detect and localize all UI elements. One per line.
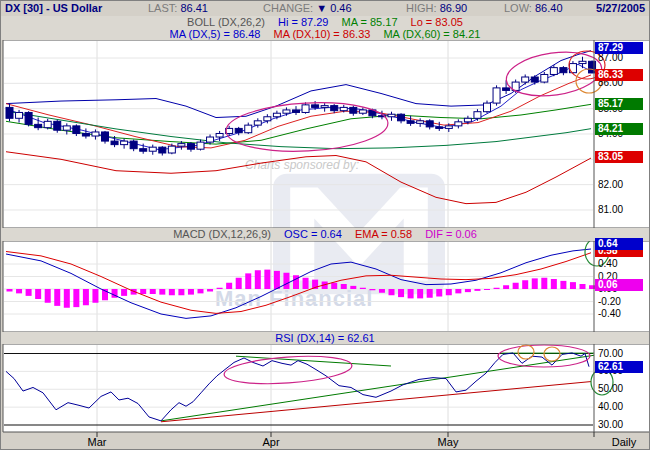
high-value: 86.90: [440, 2, 468, 14]
y-axis-highlight: 0.06: [595, 279, 643, 291]
rsi-name: RSI (DX,14) = 62.61: [275, 332, 374, 344]
macd-legend-bar: MACD (DX,12,26,9) OSC = 0.64 EMA = 0.58 …: [1, 228, 649, 241]
date-label: 5/27/2005: [596, 1, 645, 15]
low-label: LOW:: [504, 2, 532, 14]
y-axis-highlight: 86.33: [595, 69, 643, 81]
month-label: Apr: [254, 436, 288, 448]
down-arrow-icon: ▼: [316, 2, 327, 14]
y-axis-label: -0.20: [598, 296, 621, 307]
boll-ma: MA = 85.17: [342, 16, 398, 28]
last-label: LAST:: [148, 2, 177, 14]
ma-legend: MA (DX,5) = 86.48 MA (DX,10) = 86.33 MA …: [1, 28, 649, 40]
y-axis-highlight: 83.05: [595, 151, 643, 163]
macd-ema: EMA = 0.58: [355, 228, 412, 240]
low-value: 86.40: [535, 2, 563, 14]
month-label: May: [431, 436, 465, 448]
y-axis-highlight: 84.21: [595, 123, 643, 135]
low-quote: LOW: 86.40: [504, 1, 563, 15]
y-axis-highlight: 62.61: [595, 361, 643, 373]
ma60-legend: MA (DX,60) = 84.21: [383, 28, 480, 40]
change-label: CHANGE:: [263, 2, 313, 14]
high-quote: HIGH: 86.90: [406, 1, 467, 15]
change-quote: CHANGE: ▼ 0.46: [263, 1, 352, 15]
y-axis-label: -0.40: [598, 308, 621, 319]
y-axis-label: 82.00: [598, 179, 623, 190]
last-value: 86.41: [180, 2, 208, 14]
macd-dif: DIF = 0.06: [425, 228, 477, 240]
macd-name: MACD (DX,12,26,9): [173, 228, 271, 240]
y-axis-label: 40.00: [598, 401, 623, 412]
price-legend-bar: BOLL (DX,26,2) Hi = 87.29 MA = 85.17 Lo …: [1, 16, 649, 40]
ma5-legend: MA (DX,5) = 86.48: [170, 28, 261, 40]
chart-canvas: [1, 1, 650, 450]
quote-header: DX [30] - US Dollar LAST: 86.41 CHANGE: …: [1, 1, 649, 16]
ma10-legend: MA (DX,10) = 86.33: [273, 28, 370, 40]
symbol-title: DX [30] - US Dollar: [5, 1, 102, 15]
high-label: HIGH:: [406, 2, 437, 14]
change-value: 0.46: [330, 2, 351, 14]
y-axis-highlight: 0.64: [595, 238, 643, 250]
y-axis-highlight: 87.29: [595, 42, 643, 54]
y-axis-label: 30.00: [598, 419, 623, 430]
y-axis-label: 0.40: [598, 258, 617, 269]
y-axis-highlight: 85.17: [595, 98, 643, 110]
y-axis-label: 81.00: [598, 204, 623, 215]
last-quote: LAST: 86.41: [148, 1, 208, 15]
boll-hi: Hi = 87.29: [278, 16, 328, 28]
y-axis-label: 50.00: [598, 383, 623, 394]
month-label: Mar: [80, 436, 114, 448]
period-label: Daily: [602, 436, 646, 448]
trading-chart-window: DX [30] - US Dollar LAST: 86.41 CHANGE: …: [0, 0, 650, 450]
boll-name: BOLL (DX,26,2): [187, 16, 265, 28]
macd-osc: OSC = 0.64: [284, 228, 342, 240]
y-axis-label: 70.00: [598, 348, 623, 359]
boll-lo: Lo = 83.05: [411, 16, 463, 28]
boll-legend: BOLL (DX,26,2) Hi = 87.29 MA = 85.17 Lo …: [1, 16, 649, 28]
rsi-legend-bar: RSI (DX,14) = 62.61: [1, 332, 649, 344]
